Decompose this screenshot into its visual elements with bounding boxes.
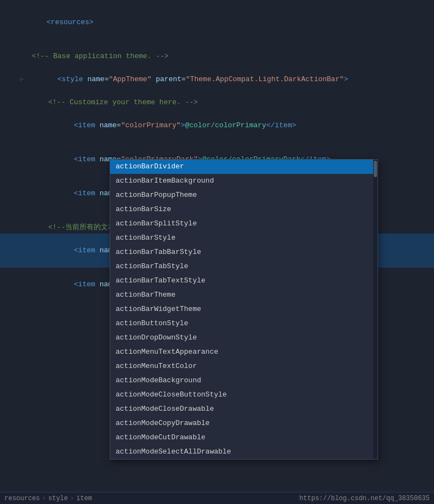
breadcrumb-sep-1: ›	[42, 495, 46, 502]
code-line-1: <resources>	[0, 5, 434, 39]
autocomplete-item-7[interactable]: actionBarTabBarStyle	[110, 245, 378, 259]
autocomplete-item-3[interactable]: actionBarPopupTheme	[110, 188, 378, 202]
autocomplete-item-18[interactable]: actionModeCloseDrawable	[110, 402, 378, 416]
autocomplete-item-17[interactable]: actionModeCloseButtonStyle	[110, 388, 378, 402]
autocomplete-scrollbar[interactable]	[373, 160, 378, 459]
line-content-3: <!-- Base application theme. -->	[27, 51, 434, 62]
autocomplete-item-14[interactable]: actionMenuTextAppearance	[110, 345, 378, 359]
autocomplete-scrollbar-thumb	[374, 161, 377, 177]
autocomplete-item-9[interactable]: actionBarTabTextStyle	[110, 274, 378, 288]
editor-area: <resources> <!-- Base application theme.…	[0, 0, 434, 504]
autocomplete-dropdown[interactable]: actionBarDivideractionBarItemBackgrounda…	[110, 159, 378, 460]
breadcrumb: resources › style › item	[4, 495, 92, 502]
autocomplete-item-1[interactable]: actionBarDivider	[110, 160, 378, 174]
code-line-2	[0, 39, 434, 50]
autocomplete-item-2[interactable]: actionBarItemBackground	[110, 174, 378, 188]
breadcrumb-style: style	[48, 495, 68, 502]
code-line-6: <item name="colorPrimary">@color/colorPr…	[0, 109, 434, 143]
autocomplete-item-10[interactable]: actionBarTheme	[110, 288, 378, 302]
gutter-4: ▷	[16, 74, 27, 85]
autocomplete-list: actionBarDivideractionBarItemBackgrounda…	[110, 160, 378, 459]
line-content-6: <item name="colorPrimary">@color/colorPr…	[44, 109, 434, 142]
autocomplete-item-21[interactable]: actionModeSelectAllDrawable	[110, 445, 378, 459]
line-content-1: <resources>	[16, 6, 434, 39]
status-url: https://blog.csdn.net/qq_38350635	[299, 495, 430, 502]
autocomplete-item-15[interactable]: actionMenuTextColor	[110, 359, 378, 373]
autocomplete-item-11[interactable]: actionBarWidgetTheme	[110, 302, 378, 316]
autocomplete-item-16[interactable]: actionModeBackground	[110, 373, 378, 388]
breadcrumb-resources: resources	[4, 495, 40, 502]
autocomplete-item-12[interactable]: actionButtonStyle	[110, 316, 378, 331]
autocomplete-item-20[interactable]: actionModeCutDrawable	[110, 431, 378, 445]
breadcrumb-item: item	[76, 495, 92, 502]
code-line-4: ▷ <style name="AppTheme" parent="Theme.A…	[0, 63, 434, 97]
code-line-3: <!-- Base application theme. -->	[0, 50, 434, 63]
breadcrumb-sep-2: ›	[70, 495, 74, 502]
autocomplete-item-13[interactable]: actionDropDownStyle	[110, 331, 378, 345]
line-content-4: <style name="AppTheme" parent="Theme.App…	[27, 63, 434, 96]
autocomplete-item-5[interactable]: actionBarSplitStyle	[110, 217, 378, 231]
status-bar: resources › style › item https://blog.cs…	[0, 492, 434, 504]
line-content-5: <!-- Customize your theme here. -->	[44, 97, 434, 108]
code-line-5: <!-- Customize your theme here. -->	[0, 97, 434, 109]
autocomplete-item-4[interactable]: actionBarSize	[110, 202, 378, 217]
autocomplete-item-8[interactable]: actionBarTabStyle	[110, 259, 378, 274]
autocomplete-item-6[interactable]: actionBarStyle	[110, 231, 378, 245]
autocomplete-item-19[interactable]: actionModeCopyDrawable	[110, 416, 378, 431]
